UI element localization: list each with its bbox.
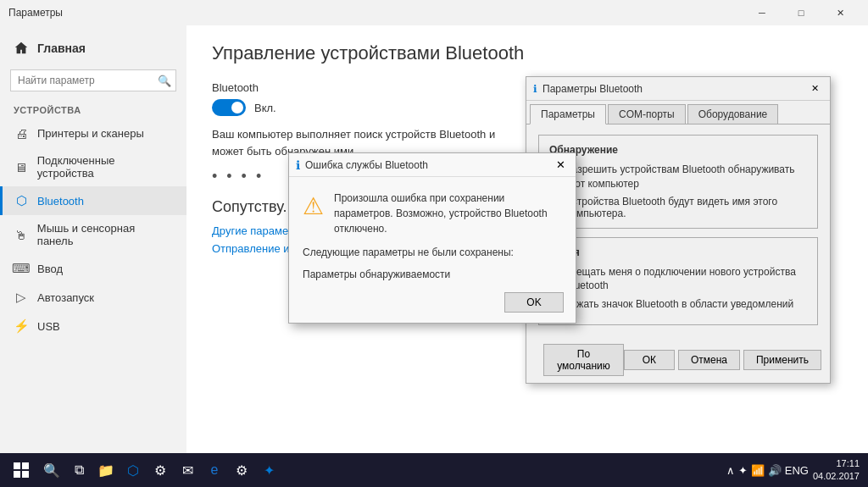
input-icon: ⌨ [14,261,29,276]
notify-checkbox-label: овещать меня о подключении нового устрой… [565,265,807,294]
mail-icon[interactable]: ✉ [174,457,201,484]
error-dialog: ℹ Ошибка службы Bluetooth ✕ ⚠ Произошла … [288,152,576,324]
start-button[interactable] [4,453,38,487]
sidebar-item-label: Ввод [37,263,63,275]
notifications-group: ления овещать меня о подключении нового … [538,237,818,325]
error-titlebar: ℹ Ошибка службы Bluetooth ✕ [289,153,576,177]
dialog-footer-right: ОК Отмена Применить [624,350,821,370]
bluetooth-tray-icon: ✦ [738,464,748,477]
up-arrow-icon: ∧ [726,464,735,477]
search-input[interactable] [10,69,176,91]
bt-settings-ok-button[interactable]: ОК [624,350,675,370]
taskbar: 🔍 ⧉ 📁 ⬡ ⚙ ✉ e ⚙ ✦ ∧ ✦ 📶 🔊 ENG 17:11 04.0… [0,453,868,487]
error-message: Произошла ошибка при сохранении параметр… [334,191,562,236]
taskbar-right: ∧ ✦ 📶 🔊 ENG 17:11 04.02.2017 [726,457,864,484]
usb-icon: ⚡ [14,318,29,334]
clock-date: 04.02.2017 [813,470,860,483]
bluetooth-taskbar-icon[interactable]: ✦ [255,457,282,484]
edge-icon[interactable]: ⬡ [120,457,147,484]
warning-icon: ⚠ [303,192,324,220]
sidebar-item-label: Автозапуск [37,291,94,304]
search-box: 🔍 [10,69,176,91]
sidebar: Главная 🔍 Устройства 🖨 Принтеры и сканер… [0,25,186,453]
clock-time: 17:11 [813,457,860,470]
ie-icon[interactable]: e [201,457,228,484]
notify-checkbox-row: овещать меня о подключении нового устрой… [549,265,807,294]
discovery-checkbox-label: Разрешить устройствам Bluetooth обнаружи… [565,163,807,191]
sidebar-item-label: Принтеры и сканеры [37,127,144,140]
sidebar-item-input[interactable]: ⌨ Ввод [0,254,186,283]
sidebar-item-label: USB [37,320,60,333]
taskbar-system-icons: ∧ ✦ 📶 🔊 ENG [726,464,809,477]
default-button[interactable]: По умолчанию [543,344,624,376]
app-title: Параметры [8,7,63,19]
page-title: Управление устройствами Bluetooth [212,42,843,64]
bluetooth-icon: ⬡ [14,193,29,208]
sidebar-item-printers[interactable]: 🖨 Принтеры и сканеры [0,119,186,147]
discovery-group: Обнаружение Разрешить устройствам Blueto… [538,135,818,229]
settings-icon[interactable]: ⚙ [147,457,174,484]
task-view-icon[interactable]: ⧉ [65,457,92,484]
error-ok-row: OK [289,289,576,323]
home-label: Главная [37,42,86,55]
maximize-button[interactable]: □ [782,0,821,25]
home-icon [14,41,29,56]
gear-icon[interactable]: ⚙ [228,457,255,484]
network-icon: 📶 [751,464,765,477]
close-button[interactable]: ✕ [821,0,860,25]
taskbar-clock[interactable]: 17:11 04.02.2017 [813,457,860,484]
dialog-tabs: Параметры COM-порты Оборудование [526,101,830,125]
bluetooth-toggle[interactable] [212,99,246,116]
toggle-state-label: Вкл. [254,102,276,114]
mouse-icon: 🖱 [14,227,29,242]
tab-comports[interactable]: COM-порты [608,104,686,124]
notifications-group-title: ления [549,246,807,258]
sidebar-item-label: Подключенные устройства [37,154,173,180]
error-close-button[interactable]: ✕ [552,157,569,174]
error-ok-button[interactable]: OK [504,292,564,313]
search-taskbar-icon[interactable]: 🔍 [38,457,65,484]
lang-label: ENG [785,464,809,477]
sidebar-item-mouse[interactable]: 🖱 Мышь и сенсорная панель [0,215,186,254]
bt-settings-apply-button[interactable]: Применить [743,350,821,370]
search-icon: 🔍 [158,75,171,87]
sidebar-item-connected[interactable]: 🖥 Подключенные устройства [0,147,186,186]
bt-settings-close-button[interactable]: ✕ [806,80,823,97]
title-bar: Параметры ─ □ ✕ [0,0,868,25]
show-icon-checkbox-label: ражать значок Bluetooth в области уведом… [565,297,793,312]
bt-settings-title: Параметры Bluetooth [542,83,643,95]
dialog-footer: По умолчанию ОК Отмена Применить [526,344,830,383]
bt-settings-icon: ℹ [533,83,537,95]
sidebar-item-autorun[interactable]: ▷ Автозапуск [0,283,186,312]
bt-settings-titlebar: ℹ Параметры Bluetooth ✕ [526,77,830,101]
show-icon-checkbox-row: ражать значок Bluetooth в области уведом… [549,297,807,312]
tab-hardware[interactable]: Оборудование [687,104,779,124]
sidebar-item-usb[interactable]: ⚡ USB [0,312,186,340]
error-params: Параметры обнаруживаемости [289,268,576,289]
windows-logo-icon [14,462,29,478]
sidebar-item-bluetooth[interactable]: ⬡ Bluetooth [0,186,186,215]
discovery-checkbox-row: Разрешить устройствам Bluetooth обнаружи… [549,163,807,191]
autorun-icon: ▷ [14,290,29,305]
error-title: Ошибка службы Bluetooth [305,159,428,171]
discovery-group-title: Обнаружение [549,144,807,156]
sidebar-home[interactable]: Главная [0,34,186,63]
sidebar-section-devices: Устройства [0,98,186,119]
bt-settings-cancel-button[interactable]: Отмена [678,350,740,370]
minimize-button[interactable]: ─ [743,0,782,25]
title-bar-controls: ─ □ ✕ [743,0,860,25]
tab-params[interactable]: Параметры [530,104,606,125]
file-explorer-icon[interactable]: 📁 [92,457,120,484]
sidebar-item-label: Мышь и сенсорная панель [37,222,173,247]
sidebar-item-label: Bluetooth [37,195,84,208]
error-body: ⚠ Произошла ошибка при сохранении параме… [289,177,576,245]
printers-icon: 🖨 [14,125,29,141]
connected-icon: 🖥 [14,159,29,174]
discovery-info-text: Устройства Bluetooth будут видеть имя эт… [566,196,807,219]
error-details: Следующие параметры не были сохранены: [289,245,576,268]
error-title-icon: ℹ [296,158,300,172]
volume-icon: 🔊 [768,464,782,477]
